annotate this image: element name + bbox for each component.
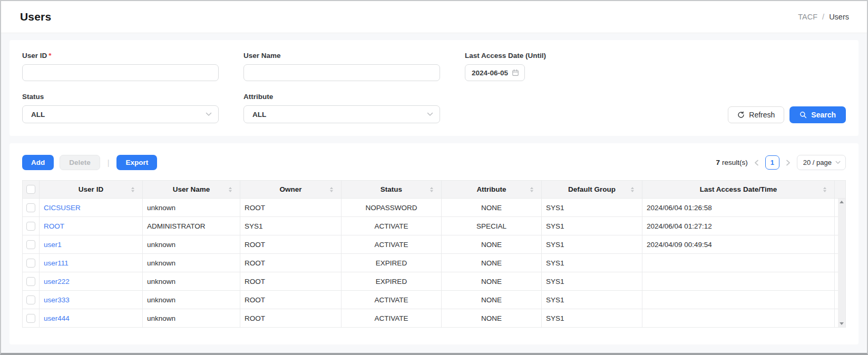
attribute-cell: NONE: [442, 235, 542, 254]
toolbar-divider: |: [108, 159, 110, 167]
status-cell: ACTIVATE: [342, 217, 442, 235]
owner-cell: ROOT: [240, 254, 342, 272]
chevron-down-icon: [206, 112, 212, 116]
owner-cell: ROOT: [240, 291, 342, 309]
last-access-cell: 2024/06/04 01:27:12: [642, 217, 835, 235]
table-row: ROOT ADMINISTRATOR SYS1 ACTIVATE SPECIAL…: [23, 217, 846, 235]
sort-icon[interactable]: [131, 187, 134, 192]
app-window: Users TACF / Users User ID * User Name: [0, 0, 868, 355]
result-count: 7: [716, 159, 720, 166]
sort-icon[interactable]: [631, 187, 634, 192]
owner-cell: ROOT: [240, 199, 342, 217]
user-name-field-group: User Name: [243, 52, 440, 81]
chevron-down-icon: [835, 161, 841, 164]
user-name-cell: ADMINISTRATOR: [143, 217, 240, 235]
attribute-cell: NONE: [442, 254, 542, 272]
status-selected-value: ALL: [31, 111, 45, 119]
sort-icon[interactable]: [823, 187, 826, 192]
column-header-user_id[interactable]: User ID: [40, 181, 143, 199]
default-group-cell: SYS1: [542, 272, 642, 291]
status-cell: ACTIVATE: [342, 235, 442, 254]
user-id-link[interactable]: user222: [44, 278, 70, 285]
attribute-select[interactable]: ALL: [243, 105, 440, 123]
previous-page-button[interactable]: [754, 160, 759, 166]
column-header-status[interactable]: Status: [342, 181, 442, 199]
column-header-default_group[interactable]: Default Group: [542, 181, 642, 199]
default-group-cell: SYS1: [542, 217, 642, 235]
row-checkbox-cell: [23, 291, 40, 309]
search-button[interactable]: Search: [789, 106, 846, 123]
vertical-scrollbar[interactable]: [838, 199, 845, 327]
user-name-cell: unknown: [143, 309, 240, 328]
breadcrumb-parent[interactable]: TACF: [798, 13, 817, 21]
column-header-last_access[interactable]: Last Access Date/Time: [642, 181, 835, 199]
user-id-cell: ROOT: [40, 217, 143, 235]
user-id-link[interactable]: user1: [44, 241, 62, 249]
row-checkbox[interactable]: [26, 295, 35, 304]
sort-icon[interactable]: [229, 187, 232, 192]
default-group-cell: SYS1: [542, 254, 642, 272]
sort-icon[interactable]: [430, 187, 433, 192]
default-group-cell: SYS1: [542, 309, 642, 328]
scroll-down-arrow-icon[interactable]: [840, 322, 844, 325]
column-header-attribute[interactable]: Attribute: [442, 181, 542, 199]
last-access-cell: [642, 272, 835, 291]
row-checkbox-cell: [23, 309, 40, 328]
users-table: User IDUser NameOwnerStatusAttributeDefa…: [22, 180, 846, 328]
refresh-button[interactable]: Refresh: [728, 106, 784, 123]
last-access-date-field-group: Last Access Date (Until) 2024-06-05: [465, 52, 846, 81]
row-checkbox-cell: [23, 254, 40, 272]
page-size-select[interactable]: 20 / page: [797, 155, 846, 170]
user-name-input[interactable]: [243, 64, 440, 81]
status-select[interactable]: ALL: [22, 105, 219, 123]
column-header-user_name[interactable]: User Name: [143, 181, 240, 199]
user-id-link[interactable]: user111: [44, 259, 69, 267]
date-value: 2024-06-05: [472, 69, 508, 77]
last-access-date-input[interactable]: 2024-06-05: [465, 64, 525, 81]
refresh-button-label: Refresh: [749, 111, 775, 119]
required-asterisk: *: [48, 52, 51, 60]
column-label: User ID: [79, 185, 103, 193]
last-access-date-label: Last Access Date (Until): [465, 52, 846, 60]
column-header-owner[interactable]: Owner: [240, 181, 342, 199]
user-id-cell: user111: [40, 254, 143, 272]
last-access-cell: [642, 309, 835, 328]
status-label: Status: [22, 93, 219, 101]
sort-icon[interactable]: [530, 187, 533, 192]
user-id-link[interactable]: CICSUSER: [44, 204, 81, 212]
next-page-button[interactable]: [786, 160, 791, 166]
row-checkbox[interactable]: [26, 277, 35, 286]
export-button[interactable]: Export: [116, 155, 157, 170]
select-all-cell: [23, 181, 40, 199]
owner-cell: SYS1: [240, 217, 342, 235]
user-id-link[interactable]: user444: [44, 314, 70, 322]
user-id-link[interactable]: user333: [44, 296, 70, 304]
attribute-cell: SPECIAL: [442, 217, 542, 235]
scroll-up-arrow-icon[interactable]: [840, 201, 844, 203]
user-id-label-text: User ID: [22, 52, 47, 60]
sort-icon[interactable]: [330, 187, 333, 192]
row-checkbox[interactable]: [26, 314, 35, 323]
user-id-link[interactable]: ROOT: [44, 222, 64, 230]
toolbar-right: 7 result(s) 1 20 / page: [716, 155, 846, 170]
delete-button[interactable]: Delete: [60, 155, 100, 170]
user-id-cell: CICSUSER: [40, 199, 143, 217]
page-body: User ID * User Name Last Access Date (Un…: [1, 33, 867, 353]
user-id-input[interactable]: [22, 64, 219, 81]
add-button[interactable]: Add: [22, 155, 54, 170]
status-cell: EXPIRED: [342, 254, 442, 272]
user-name-label: User Name: [243, 52, 440, 60]
row-checkbox[interactable]: [26, 222, 35, 231]
attribute-cell: NONE: [442, 199, 542, 217]
current-page-button[interactable]: 1: [765, 155, 779, 170]
select-all-checkbox[interactable]: [26, 185, 35, 194]
table-row: user111 unknown ROOT EXPIRED NONE SYS1: [23, 254, 846, 272]
attribute-cell: NONE: [442, 291, 542, 309]
row-checkbox[interactable]: [26, 259, 35, 268]
row-checkbox[interactable]: [26, 240, 35, 249]
default-group-cell: SYS1: [542, 291, 642, 309]
row-checkbox-cell: [23, 235, 40, 254]
default-group-cell: SYS1: [542, 199, 642, 217]
row-checkbox[interactable]: [26, 203, 35, 212]
table-header-row: User IDUser NameOwnerStatusAttributeDefa…: [23, 181, 846, 199]
